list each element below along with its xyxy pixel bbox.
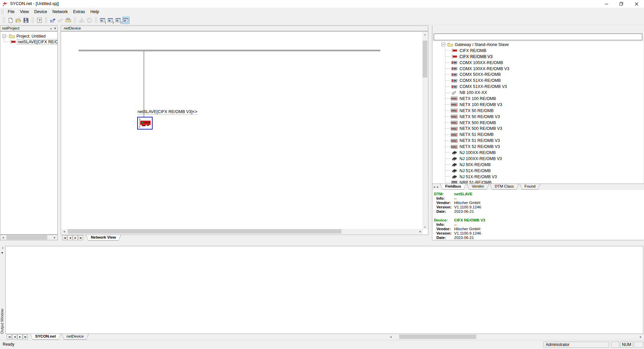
catalog-item-label[interactable]: NETX 50 RE/OMB xyxy=(459,108,495,113)
collapse-panel-icon[interactable] xyxy=(50,26,52,31)
scrollbar-thumb[interactable] xyxy=(399,335,476,339)
collapse-minus-icon[interactable] xyxy=(2,34,6,38)
catalog-item-label[interactable]: COMX 100XX-RE/OMB xyxy=(459,60,504,65)
catalog-root-item[interactable]: Gateway / Stand-Alone Slave xyxy=(432,42,643,48)
catalog-item[interactable]: NJ 50X-RE/OMB xyxy=(432,162,643,168)
catalog-item-label[interactable]: NJ 100XX-RE/OMB xyxy=(459,150,497,155)
scrollbar-thumb[interactable] xyxy=(423,41,427,78)
catalog-item-label[interactable]: NETX 500 RE/OMB xyxy=(459,120,497,125)
catalog-item[interactable]: netxNETX 50 RE/OMB xyxy=(432,108,643,114)
catalog-item[interactable]: netxNETX 52 RE/OMB V3 xyxy=(432,144,643,150)
catalog-item-label[interactable]: NETX 100 RE/OMB V3 xyxy=(459,102,503,107)
network-view-1-button[interactable]: 1 xyxy=(99,17,106,24)
catalog-item[interactable]: netxNETX 51 RE/OMB V3 xyxy=(432,138,643,144)
toolbar-grip[interactable] xyxy=(3,17,5,23)
catalog-tab-fieldbus[interactable]: Fieldbus xyxy=(440,184,466,190)
close-panel-icon[interactable] xyxy=(54,26,56,31)
catalog-item-label[interactable]: NETX 50 RE/OMB V3 xyxy=(459,114,501,119)
catalog-item[interactable]: netxNETX 500 RE/OMB xyxy=(432,120,643,126)
menu-device[interactable]: Device xyxy=(32,8,50,16)
tab-next-button[interactable] xyxy=(73,235,78,240)
remove-device-button[interactable] xyxy=(57,17,64,24)
catalog-item-label[interactable]: COMX 50XX-RE/OMB xyxy=(459,72,502,77)
catalog-item[interactable]: netxNETX 51 RE/OMB xyxy=(432,132,643,138)
network-canvas[interactable]: netSLAVE[CIFX RE/OMB V3]<> xyxy=(61,31,428,235)
netproject-hscrollbar[interactable] xyxy=(0,235,58,240)
scroll-left-button[interactable] xyxy=(388,334,393,339)
catalog-item[interactable]: NJ 100XX-RE/OMB xyxy=(432,150,643,156)
tab-last-button[interactable] xyxy=(23,334,28,339)
scroll-down-button[interactable] xyxy=(422,225,428,230)
device-node[interactable] xyxy=(137,117,153,130)
catalog-item-label[interactable]: CIFX RE/OMB V3 xyxy=(459,54,493,59)
tree-item-project[interactable]: Project: Untitled xyxy=(0,33,57,39)
device-label[interactable]: netSLAVE[CIFX RE/OMB V3]<> xyxy=(138,109,198,115)
output-hscrollbar[interactable] xyxy=(387,334,643,340)
scroll-up-button[interactable] xyxy=(422,32,428,37)
network-view-3-button[interactable]: 3 xyxy=(115,17,122,24)
add-device-button[interactable] xyxy=(49,17,56,24)
toolbar-grip[interactable] xyxy=(2,9,3,14)
tab-prev-button[interactable] xyxy=(12,334,17,339)
download-button[interactable] xyxy=(78,17,85,24)
scroll-left-button[interactable] xyxy=(0,235,6,240)
catalog-item[interactable]: CIFX RE/OMB xyxy=(432,48,643,54)
menu-view[interactable]: View xyxy=(17,8,32,16)
catalog-item[interactable]: netxNETX 50 RE/OMB V3 xyxy=(432,114,643,120)
tabs-scroll-left-icon[interactable]: ◀ xyxy=(432,184,436,190)
collapse-minus-icon[interactable] xyxy=(441,43,445,46)
close-button[interactable] xyxy=(629,0,644,8)
tree-item-label[interactable]: netSLAVE[CIFX RE/O xyxy=(17,39,58,45)
catalog-root-label[interactable]: Gateway / Stand-Alone Slave xyxy=(454,42,509,47)
open-folder-button[interactable] xyxy=(15,17,22,24)
catalog-tab-vendor[interactable]: Vendor xyxy=(467,184,489,190)
catalog-item-label[interactable]: NJ 100XX-RE/OMB V3 xyxy=(459,156,503,161)
restore-button[interactable] xyxy=(614,0,629,8)
minimize-button[interactable] xyxy=(599,0,614,8)
device-catalog-button[interactable] xyxy=(65,17,72,24)
tab-network-view[interactable]: Network View xyxy=(86,235,121,241)
catalog-item-label[interactable]: COMX 51XX-RE/OMB V3 xyxy=(459,84,508,89)
catalog-item-label[interactable]: NETX 51 RE/OMB xyxy=(459,132,495,137)
output-close-icon[interactable] xyxy=(1,246,5,250)
catalog-item[interactable]: netxNETX 500 RE/OMB V3 xyxy=(432,126,643,132)
tree-item-label[interactable]: Project: Untitled xyxy=(16,34,46,39)
save-button[interactable] xyxy=(22,17,30,24)
tab-last-button[interactable] xyxy=(78,235,83,240)
toolbar-grip[interactable] xyxy=(32,17,34,23)
tab-next-button[interactable] xyxy=(17,334,22,339)
catalog-item[interactable]: NB 100-XX-XX xyxy=(432,90,643,96)
menu-file[interactable]: File xyxy=(5,8,17,16)
catalog-item-label[interactable]: NETX 100 RE/OMB xyxy=(459,96,497,101)
stop-button[interactable] xyxy=(86,17,93,24)
bus-line[interactable] xyxy=(78,50,380,51)
catalog-item[interactable]: COMX 50XX-RE/OMB xyxy=(432,71,643,78)
new-file-button[interactable] xyxy=(7,17,14,24)
catalog-item[interactable]: NJ 100XX-RE/OMB V3 xyxy=(432,156,643,162)
tab-prev-button[interactable] xyxy=(67,235,72,240)
scroll-right-button[interactable] xyxy=(418,229,423,234)
menu-extras[interactable]: Extras xyxy=(70,8,88,16)
toolbar-grip[interactable] xyxy=(74,17,76,23)
catalog-item-label[interactable]: NETX 52 RE/OMB V3 xyxy=(459,144,501,149)
network-view-2-button[interactable]: 2 xyxy=(107,17,114,24)
scroll-left-button[interactable] xyxy=(61,229,67,234)
catalog-item-label[interactable]: NETX 500 RE/OMB V3 xyxy=(459,126,503,131)
catalog-filter-input[interactable] xyxy=(434,34,642,40)
catalog-item[interactable]: CIFX RE/OMB V3 xyxy=(432,54,643,60)
scrollbar-thumb[interactable] xyxy=(68,229,341,234)
toolbar-grip[interactable] xyxy=(45,17,47,23)
catalog-item[interactable]: COMX 51XX-RE/OMB V3 xyxy=(432,84,643,90)
catalog-item-label[interactable]: NB 100-XX-XX xyxy=(459,90,488,95)
toolbar-grip[interactable] xyxy=(95,17,97,23)
catalog-item-label[interactable]: NJ 51X-RE/OMB xyxy=(459,168,492,173)
help-button[interactable]: ? xyxy=(36,17,43,24)
scroll-right-button[interactable] xyxy=(52,235,57,240)
catalog-item[interactable]: COMX 51XX-RE/OMB xyxy=(432,78,643,84)
catalog-tab-dtm-class[interactable]: DTM Class xyxy=(490,184,519,190)
output-tab-sycon-net[interactable]: SYCON.net xyxy=(30,334,61,340)
catalog-item[interactable]: netxNETX 100 RE/OMB xyxy=(432,96,643,102)
catalog-item[interactable]: NRP 51-RE/OMB xyxy=(432,180,643,184)
catalog-item-label[interactable]: NJ 51X-RE/OMB V3 xyxy=(459,174,498,179)
tab-first-button[interactable] xyxy=(7,334,12,339)
